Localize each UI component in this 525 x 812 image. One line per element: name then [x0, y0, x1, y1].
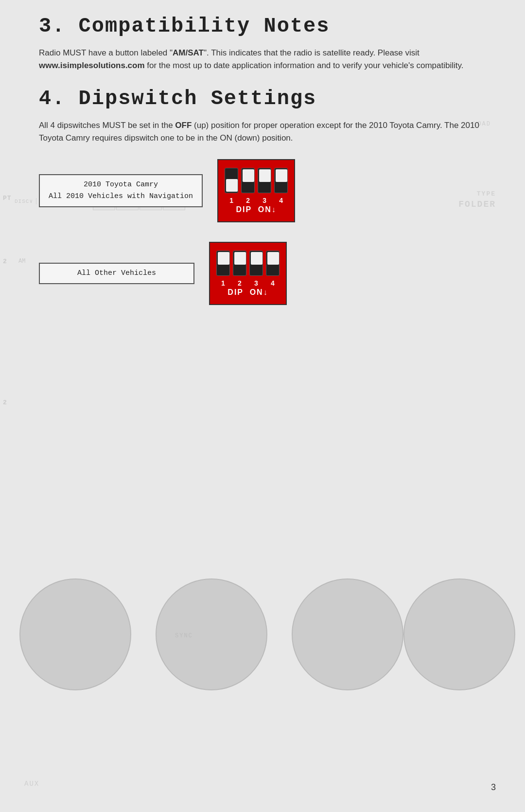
section4-title: 4. Dipswitch Settings	[39, 87, 496, 110]
dip1-thumb-1	[226, 179, 238, 192]
dip1-num-3: 3	[258, 197, 271, 204]
ghost-pt: PT	[3, 195, 12, 202]
dip1-image-inner: 1 2 3 4 DIP ON↓	[218, 160, 294, 221]
dip2-numbers: 1 2 3 4	[216, 279, 280, 287]
dip2-thumb-2	[234, 252, 246, 265]
dip2-thumb-3	[251, 252, 262, 265]
dip1-image: 1 2 3 4 DIP ON↓	[217, 159, 295, 222]
dip2-label: All Other Vehicles	[39, 263, 194, 284]
bold-off: OFF	[175, 121, 192, 130]
dip2-num-4: 4	[266, 279, 280, 287]
dip1-on-text: ON↓	[258, 205, 277, 214]
dip1-bottom-label: DIP ON↓	[236, 205, 276, 214]
dip2-thumb-4	[267, 252, 279, 265]
dip1-num-2: 2	[241, 197, 255, 204]
dip2-thumb-1	[218, 252, 229, 265]
dip1-num-1: 1	[225, 197, 238, 204]
ghost-knob-3	[292, 578, 403, 690]
ghost-n2b: 2	[3, 399, 7, 406]
ghost-disc-v: DISC∨	[15, 198, 36, 204]
dip2-num-2: 2	[233, 279, 246, 287]
bold-website: www.isimplesolutions.com	[39, 61, 145, 70]
ghost-knob-1	[19, 578, 131, 690]
dip1-switch-3	[258, 168, 271, 193]
dip2-image-inner: 1 2 3 4 DIP ON↓	[210, 243, 286, 304]
dip1-dip-text: DIP	[236, 205, 251, 214]
ghost-knob-2	[156, 578, 267, 690]
ghost-aux: AUX	[24, 780, 39, 788]
dip1-label: 2010 Toyota Camry All 2010 Vehicles with…	[39, 174, 203, 207]
bold-amsat: AM/SAT	[173, 48, 204, 57]
main-content: 3. Compatibility Notes Radio MUST have a…	[39, 15, 496, 325]
dip1-line2: All 2010 Vehicles with Navigation	[49, 191, 193, 202]
dip1-switches	[225, 168, 288, 193]
dip1-switch-4	[274, 168, 288, 193]
dip1-row: 2010 Toyota Camry All 2010 Vehicles with…	[39, 159, 496, 222]
dip2-switches	[216, 251, 280, 276]
section3-paragraph: Radio MUST have a button labeled "AM/SAT…	[39, 47, 496, 72]
dip1-switch-2	[241, 168, 255, 193]
dip1-numbers: 1 2 3 4	[225, 197, 288, 204]
dip2-dip-text: DIP	[228, 288, 243, 296]
dip2-switch-1	[216, 251, 230, 276]
ghost-am: AM	[18, 258, 25, 265]
dip2-row: All Other Vehicles	[39, 242, 496, 305]
page-number: 3	[491, 782, 496, 793]
section4-paragraph: All 4 dipswitches MUST be set in the OFF…	[39, 119, 496, 145]
ghost-n2: 2	[3, 258, 7, 265]
dip1-thumb-2	[243, 169, 254, 182]
dip2-num-3: 3	[249, 279, 263, 287]
section3-title: 3. Compatibility Notes	[39, 15, 496, 38]
dip1-line1: 2010 Toyota Camry	[49, 179, 193, 191]
dip1-thumb-4	[276, 169, 287, 182]
dip2-image: 1 2 3 4 DIP ON↓	[209, 242, 287, 305]
dip1-num-4: 4	[274, 197, 288, 204]
dip2-switch-4	[266, 251, 280, 276]
dip2-switch-2	[233, 251, 246, 276]
dip2-switch-3	[249, 251, 263, 276]
dip2-line1: All Other Vehicles	[49, 268, 185, 279]
dip1-switch-1	[225, 168, 238, 193]
dip1-thumb-3	[259, 169, 271, 182]
dip2-bottom-label: DIP ON↓	[228, 288, 268, 297]
dip2-num-1: 1	[216, 279, 230, 287]
ghost-sync: SYNC	[175, 632, 193, 639]
ghost-knob-4	[403, 578, 515, 690]
dip2-on-text: ON↓	[250, 288, 268, 296]
